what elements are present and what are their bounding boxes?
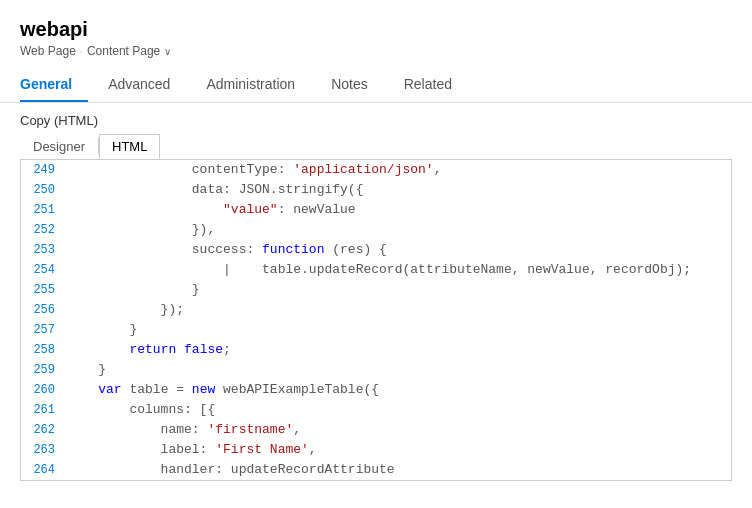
line-number: 259	[21, 360, 63, 380]
subtitle-separator: ·	[80, 45, 83, 57]
code-line-259: 259 }	[21, 360, 731, 380]
code-line-258: 258 return false;	[21, 340, 731, 360]
line-number: 257	[21, 320, 63, 340]
line-number: 258	[21, 340, 63, 360]
code-line-257: 257 }	[21, 320, 731, 340]
code-line-255: 255 }	[21, 280, 731, 300]
line-content: });	[63, 300, 184, 320]
line-content: handler: updateRecordAttribute	[63, 460, 395, 480]
code-line-252: 252 }),	[21, 220, 731, 240]
line-content: }	[63, 280, 200, 300]
line-number: 253	[21, 240, 63, 260]
subtitle-webpage[interactable]: Web Page	[20, 44, 76, 58]
code-line-250: 250 data: JSON.stringify({	[21, 180, 731, 200]
tab-administration[interactable]: Administration	[190, 68, 311, 102]
code-line-256: 256 });	[21, 300, 731, 320]
line-content: name: 'firstname',	[63, 420, 301, 440]
page-title: webapi	[20, 16, 732, 42]
page-subtitle: Web Page · Content Page ∨	[20, 44, 732, 58]
subtitle-chevron[interactable]: ∨	[164, 46, 171, 57]
line-content: | table.updateRecord(attributeName, newV…	[63, 260, 691, 280]
tab-advanced[interactable]: Advanced	[92, 68, 186, 102]
line-content: "value": newValue	[63, 200, 356, 220]
editor-tab-designer[interactable]: Designer	[20, 134, 98, 159]
code-line-260: 260 var table = new webAPIExampleTable({	[21, 380, 731, 400]
code-editor[interactable]: 249 contentType: 'application/json', 250…	[20, 160, 732, 481]
line-number: 252	[21, 220, 63, 240]
line-content: return false;	[63, 340, 231, 360]
line-number: 254	[21, 260, 63, 280]
code-line-254: 254 | table.updateRecord(attributeName, …	[21, 260, 731, 280]
line-number: 264	[21, 460, 63, 480]
line-content: contentType: 'application/json',	[63, 160, 442, 180]
line-number: 262	[21, 420, 63, 440]
line-number: 251	[21, 200, 63, 220]
editor-tabs: Designer HTML	[20, 134, 732, 160]
section-label: Copy (HTML)	[20, 113, 732, 128]
code-line-251: 251 "value": newValue	[21, 200, 731, 220]
tab-general[interactable]: General	[20, 68, 88, 102]
editor-tab-html[interactable]: HTML	[99, 134, 160, 159]
line-content: success: function (res) {	[63, 240, 387, 260]
line-number: 260	[21, 380, 63, 400]
line-content: data: JSON.stringify({	[63, 180, 363, 200]
code-line-263: 263 label: 'First Name',	[21, 440, 731, 460]
line-number: 255	[21, 280, 63, 300]
code-line-262: 262 name: 'firstname',	[21, 420, 731, 440]
code-line-253: 253 success: function (res) {	[21, 240, 731, 260]
code-line-249: 249 contentType: 'application/json',	[21, 160, 731, 180]
subtitle-contentpage[interactable]: Content Page	[87, 44, 160, 58]
tab-notes[interactable]: Notes	[315, 68, 384, 102]
line-content: }	[63, 320, 137, 340]
line-content: var table = new webAPIExampleTable({	[63, 380, 379, 400]
line-number: 256	[21, 300, 63, 320]
line-content: columns: [{	[63, 400, 215, 420]
page-header: webapi Web Page · Content Page ∨ General…	[0, 0, 752, 103]
main-content: Copy (HTML) Designer HTML 249 contentTyp…	[0, 103, 752, 491]
line-number: 250	[21, 180, 63, 200]
tab-related[interactable]: Related	[388, 68, 468, 102]
line-number: 249	[21, 160, 63, 180]
line-content: }),	[63, 220, 215, 240]
line-number: 261	[21, 400, 63, 420]
line-content: }	[63, 360, 106, 380]
main-tabs: General Advanced Administration Notes Re…	[20, 68, 732, 102]
line-content: label: 'First Name',	[63, 440, 317, 460]
line-number: 263	[21, 440, 63, 460]
code-line-261: 261 columns: [{	[21, 400, 731, 420]
code-line-264: 264 handler: updateRecordAttribute	[21, 460, 731, 480]
